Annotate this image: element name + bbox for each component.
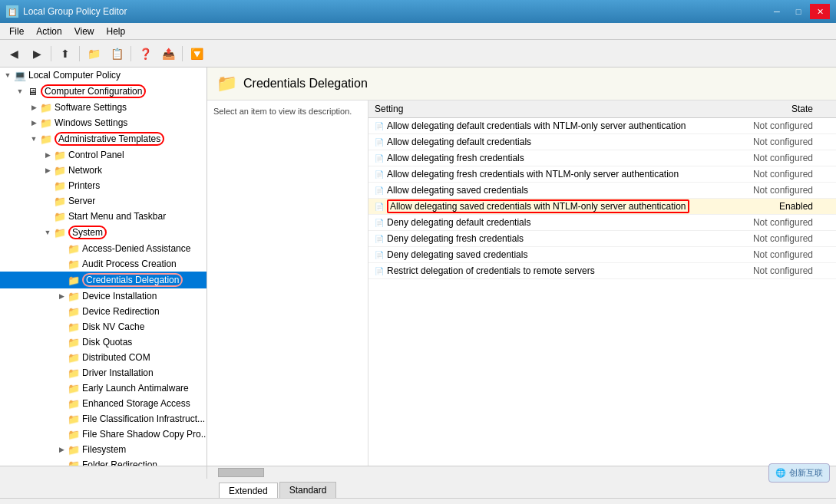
expand-icon — [55, 274, 68, 286]
tree-item-driver-installation[interactable]: 📁 Driver Installation — [0, 365, 207, 380]
setting-label: Deny delegating default credentials — [387, 217, 530, 228]
expand-icon: ▶ — [28, 117, 40, 129]
tree-item-computer-configuration[interactable]: ▼ 🖥 Computer Configuration — [0, 83, 207, 100]
tab-extended[interactable]: Extended — [219, 483, 278, 498]
tree-item-disk-quotas[interactable]: 📁 Disk Quotas — [0, 334, 207, 350]
table-row[interactable]: 📄Allow delegating default credentials wi… — [368, 118, 836, 134]
maximize-button[interactable]: □ — [788, 4, 808, 19]
setting-name-cell: 📄Deny delegating default credentials — [368, 215, 736, 231]
tree-container[interactable]: ▼ 💻 Local Computer Policy ▼ 🖥 Computer C… — [0, 68, 207, 466]
tree-item-software-settings[interactable]: ▶ 📁 Software Settings — [0, 100, 207, 115]
right-pane-title: Credentials Delegation — [243, 77, 368, 91]
tree-item-disk-nv-cache[interactable]: 📁 Disk NV Cache — [0, 319, 207, 334]
expand-icon: ▼ — [14, 85, 26, 97]
expand-icon — [55, 351, 68, 364]
tree-label: Folder Redirection — [82, 460, 157, 466]
tree-item-access-denied[interactable]: 📁 Access-Denied Assistance — [0, 241, 207, 256]
tree-item-windows-settings[interactable]: ▶ 📁 Windows Settings — [0, 115, 207, 130]
right-pane-header: 📁 Credentials Delegation — [207, 68, 836, 100]
tree-item-start-menu[interactable]: 📁 Start Menu and Taskbar — [0, 209, 207, 224]
setting-state-cell: Not configured — [736, 215, 837, 231]
menu-view[interactable]: View — [68, 25, 101, 38]
minimize-button[interactable]: ─ — [767, 4, 787, 19]
folder-icon: 📁 — [68, 274, 80, 286]
export-button[interactable]: 📤 — [157, 43, 179, 64]
folder-icon: 📁 — [68, 336, 80, 348]
table-row[interactable]: 📄Restrict delegation of credentials to r… — [368, 263, 836, 279]
right-hscroll — [207, 466, 836, 479]
setting-label: Allow delegating default credentials wit… — [387, 120, 686, 131]
tree-item-file-share[interactable]: 📁 File Share Shadow Copy Pro... — [0, 427, 207, 442]
table-row[interactable]: 📄Allow delegating fresh credentialsNot c… — [368, 150, 836, 166]
tree-item-device-redirection[interactable]: 📁 Device Redirection — [0, 304, 207, 319]
folder-icon: 📁 — [68, 413, 80, 425]
expand-icon — [41, 210, 54, 222]
folder-icon: 📁 — [40, 101, 52, 114]
copy-button[interactable]: 📋 — [106, 43, 127, 64]
folder-icon: 📁 — [68, 305, 80, 318]
tree-item-enhanced-storage[interactable]: 📁 Enhanced Storage Access — [0, 396, 207, 411]
expand-icon — [55, 336, 68, 348]
tree-item-early-launch[interactable]: 📁 Early Launch Antimalware — [0, 380, 207, 396]
menu-file[interactable]: File — [3, 25, 30, 38]
tree-item-local-computer-policy[interactable]: ▼ 💻 Local Computer Policy — [0, 68, 207, 83]
table-row[interactable]: 📄Allow delegating fresh credentials with… — [368, 166, 836, 183]
tree-item-distributed-com[interactable]: 📁 Distributed COM — [0, 350, 207, 365]
tree-label: Distributed COM — [82, 352, 150, 363]
setting-label: Restrict delegation of credentials to re… — [387, 265, 595, 276]
tree-item-credentials-delegation[interactable]: 📁 Credentials Delegation — [0, 272, 207, 288]
expand-icon: ▶ — [28, 101, 40, 114]
tab-standard[interactable]: Standard — [279, 482, 337, 498]
table-row[interactable]: 📄Deny delegating saved credentialsNot co… — [368, 247, 836, 263]
filter-button[interactable]: 🔽 — [186, 43, 207, 64]
settings-panel[interactable]: Setting State 📄Allow delegating default … — [368, 100, 836, 466]
setting-name-cell: 📄Allow delegating fresh credentials — [368, 150, 736, 166]
folder-icon: 🖥 — [26, 85, 38, 97]
tree-item-administrative-templates[interactable]: ▼ 📁 Administrative Templates — [0, 130, 207, 147]
status-bar: 10 setting(s) — [0, 498, 836, 504]
computer-icon: 💻 — [14, 69, 26, 81]
expand-icon — [55, 382, 68, 394]
menu-help[interactable]: Help — [101, 25, 132, 38]
setting-label: Deny delegating fresh credentials — [387, 233, 524, 244]
expand-icon — [41, 195, 54, 207]
tree-label: Printers — [68, 180, 100, 191]
help-button[interactable]: ❓ — [134, 43, 156, 64]
up-button[interactable]: ⬆ — [55, 43, 76, 64]
tree-item-file-classification[interactable]: 📁 File Classification Infrastruct... — [0, 411, 207, 427]
tree-item-filesystem[interactable]: ▶ 📁 Filesystem — [0, 442, 207, 457]
tree-item-system[interactable]: ▼ 📁 System — [0, 224, 207, 241]
expand-icon: ▶ — [41, 149, 54, 161]
table-row[interactable]: 📄Deny delegating fresh credentialsNot co… — [368, 231, 836, 247]
expand-icon — [41, 180, 54, 192]
tree-item-server[interactable]: 📁 Server — [0, 193, 207, 209]
table-row[interactable]: 📄Allow delegating saved credentialsNot c… — [368, 183, 836, 199]
setting-state-cell: Not configured — [736, 134, 837, 150]
table-row[interactable]: 📄Allow delegating saved credentials with… — [368, 199, 836, 215]
close-button[interactable]: ✕ — [810, 4, 830, 19]
tree-item-printers[interactable]: 📁 Printers — [0, 178, 207, 193]
app-icon: 📋 — [6, 5, 18, 18]
back-button[interactable]: ◀ — [3, 43, 25, 64]
setting-name-cell: 📄Allow delegating fresh credentials with… — [368, 166, 736, 183]
forward-button[interactable]: ▶ — [26, 43, 48, 64]
tree-label: Access-Denied Assistance — [82, 243, 190, 254]
setting-state-cell: Not configured — [736, 166, 837, 183]
tree-item-network[interactable]: ▶ 📁 Network — [0, 163, 207, 178]
tree-label: Audit Process Creation — [82, 259, 177, 269]
tree-item-device-installation[interactable]: ▶ 📁 Device Installation — [0, 288, 207, 304]
table-row[interactable]: 📄Allow delegating default credentialsNot… — [368, 134, 836, 150]
table-row[interactable]: 📄Deny delegating default credentialsNot … — [368, 215, 836, 231]
expand-icon: ▶ — [55, 290, 68, 302]
show-hide-button[interactable]: 📁 — [83, 43, 104, 64]
separator-1 — [51, 46, 51, 61]
folder-icon: 📁 — [54, 164, 66, 176]
tree-item-folder-redirection[interactable]: 📁 Folder Redirection — [0, 457, 207, 466]
tree-label: Control Panel — [68, 150, 124, 160]
tree-label: Credentials Delegation — [82, 273, 183, 287]
tree-item-control-panel[interactable]: ▶ 📁 Control Panel — [0, 147, 207, 163]
settings-table: Setting State 📄Allow delegating default … — [368, 100, 836, 279]
tree-item-audit-process[interactable]: 📁 Audit Process Creation — [0, 256, 207, 272]
folder-icon: 📁 — [54, 195, 66, 207]
menu-action[interactable]: Action — [30, 25, 68, 38]
